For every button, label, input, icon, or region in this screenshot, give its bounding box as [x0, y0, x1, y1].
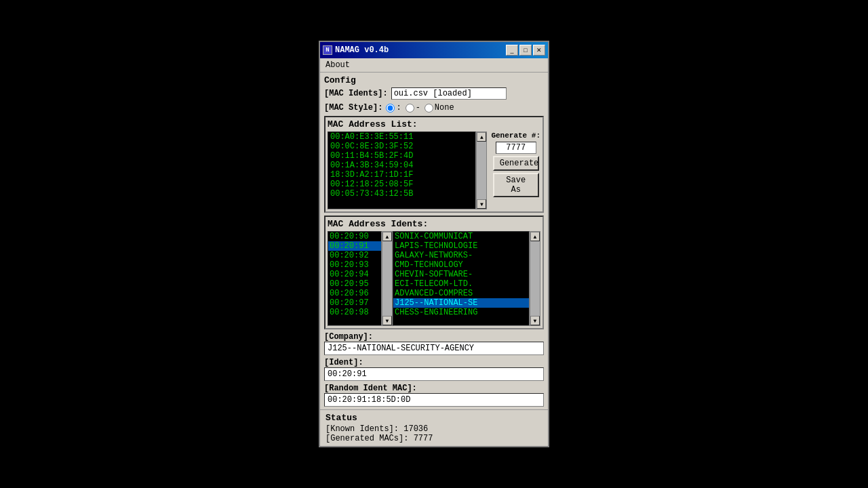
maximize-button[interactable]: □: [519, 45, 532, 56]
company-input[interactable]: [324, 342, 544, 355]
idents-right-scrollbar[interactable]: ▲ ▼: [530, 231, 540, 326]
mac-list-scrollbar[interactable]: ▲ ▼: [476, 131, 487, 209]
status-section: Status [Known Idents]: 17036 [Generated …: [320, 409, 548, 446]
scroll-track: [382, 241, 392, 316]
ident-right-item-selected[interactable]: J125--NATIONAL-SE: [393, 298, 529, 308]
ident-left-item[interactable]: 00:20:98: [328, 308, 381, 317]
mac-style-options: : - None: [386, 103, 454, 113]
main-window: N NAMAG v0.4b _ □ ✕ About Config [MAC Id…: [319, 41, 549, 447]
mac-idents-section-title: MAC Address Idents:: [328, 219, 540, 229]
mac-address-idents-panel: MAC Address Idents: 00:20:90 00:20:91 00…: [324, 216, 544, 329]
ident-right-item[interactable]: CHEVIN-SOFTWARE-: [393, 270, 529, 279]
ident-left-item[interactable]: 00:20:96: [328, 289, 381, 298]
mac-list-title: MAC Address List:: [328, 119, 487, 129]
title-bar-left: N NAMAG v0.4b: [323, 45, 389, 55]
idents-right-listbox[interactable]: SONIX-COMMUNICAT LAPIS-TECHNOLOGIE GALAX…: [393, 231, 530, 326]
ident-left-item[interactable]: 00:20:92: [328, 251, 381, 260]
ident-right-item[interactable]: SONIX-COMMUNICAT: [393, 232, 529, 241]
scroll-down-btn[interactable]: ▼: [382, 316, 392, 325]
ident-right-item[interactable]: LAPIS-TECHNOLOGIE: [393, 241, 529, 251]
generate-button[interactable]: Generate: [493, 156, 539, 171]
ident-left-item[interactable]: 00:20:93: [328, 260, 381, 270]
random-ident-mac-input[interactable]: [324, 393, 544, 407]
scroll-down-btn[interactable]: ▼: [530, 316, 540, 325]
scroll-up-btn[interactable]: ▲: [530, 232, 540, 241]
mac-list-item[interactable]: 00:A0:E3:3E:55:11: [328, 132, 475, 142]
menu-bar: About: [320, 58, 548, 73]
mac-style-colon[interactable]: :: [386, 103, 401, 113]
status-title: Status: [326, 413, 542, 423]
ident-right-item[interactable]: ECI-TELECOM-LTD.: [393, 279, 529, 289]
ident-left-item[interactable]: 00:20:94: [328, 270, 381, 279]
config-section: Config [MAC Idents]: [MAC Style]: : - No…: [324, 75, 544, 113]
company-label: [Company]:: [324, 332, 540, 342]
idents-left-scrollbar[interactable]: ▲ ▼: [382, 231, 393, 326]
company-section: [Company]:: [324, 332, 544, 355]
mac-idents-row: [MAC Idents]:: [324, 87, 544, 100]
ident-right-item[interactable]: CHESS-ENGINEERING: [393, 308, 529, 317]
scroll-track: [530, 241, 540, 316]
app-icon: N: [323, 45, 332, 55]
ident-left-item[interactable]: 00:20:97: [328, 298, 381, 308]
mac-style-dash[interactable]: -: [406, 103, 420, 113]
ident-input[interactable]: [324, 367, 544, 381]
mac-address-list-panel: MAC Address List: 00:A0:E3:3E:55:11 00:0…: [324, 116, 544, 213]
generate-panel: Generate #: Generate Save As: [491, 131, 540, 197]
mac-idents-input[interactable]: [391, 87, 507, 100]
ident-left-item[interactable]: 00:20:90: [328, 232, 381, 241]
menu-about[interactable]: About: [323, 60, 353, 70]
title-buttons: _ □ ✕: [506, 45, 545, 56]
generated-macs-label: [Generated MACs]:: [326, 434, 408, 443]
generate-label: Generate #:: [491, 131, 540, 140]
mac-list-item[interactable]: 00:05:73:43:12:5B: [328, 189, 475, 199]
mac-list-item[interactable]: 00:12:18:25:08:5F: [328, 180, 475, 189]
generated-macs-line: [Generated MACs]: 7777: [326, 434, 542, 443]
ident-section: [Ident]:: [324, 358, 544, 381]
scroll-track: [477, 142, 486, 199]
ident-right-item[interactable]: CMD-TECHNOLOGY: [393, 260, 529, 270]
scroll-up-btn[interactable]: ▲: [382, 232, 392, 241]
mac-idents-label: [MAC Idents]:: [324, 89, 388, 98]
config-title: Config: [324, 75, 544, 85]
mac-list-item[interactable]: 00:11:B4:5B:2F:4D: [328, 151, 475, 161]
mac-list-item[interactable]: 00:1A:3B:34:59:04: [328, 161, 475, 170]
random-ident-mac-label: [Random Ident MAC]:: [324, 384, 540, 393]
generate-number-input[interactable]: [496, 142, 536, 154]
scroll-up-btn[interactable]: ▲: [477, 132, 486, 142]
mac-style-none[interactable]: None: [425, 103, 454, 113]
idents-left-listbox[interactable]: 00:20:90 00:20:91 00:20:92 00:20:93 00:2…: [328, 231, 382, 326]
minimize-button[interactable]: _: [506, 45, 518, 56]
mac-style-label: [MAC Style]:: [324, 103, 382, 113]
title-bar: N NAMAG v0.4b _ □ ✕: [320, 42, 548, 58]
mac-style-row: [MAC Style]: : - None: [324, 103, 544, 113]
ident-right-item[interactable]: ADVANCED-COMPRES: [393, 289, 529, 298]
mac-address-listbox[interactable]: 00:A0:E3:3E:55:11 00:0C:8E:3D:3F:52 00:1…: [328, 131, 476, 209]
idents-lists-row: 00:20:90 00:20:91 00:20:92 00:20:93 00:2…: [328, 231, 540, 326]
mac-list-container: MAC Address List: 00:A0:E3:3E:55:11 00:0…: [328, 119, 487, 209]
scroll-down-btn[interactable]: ▼: [477, 199, 486, 209]
random-ident-mac-section: [Random Ident MAC]:: [324, 384, 544, 407]
close-button[interactable]: ✕: [533, 45, 545, 56]
mac-list-item[interactable]: 18:3D:A2:17:1D:1F: [328, 170, 475, 180]
mac-list-item[interactable]: 00:0C:8E:3D:3F:52: [328, 142, 475, 151]
mac-list-scroll-area: 00:A0:E3:3E:55:11 00:0C:8E:3D:3F:52 00:1…: [328, 131, 487, 209]
ident-label: [Ident]:: [324, 358, 540, 367]
window-title: NAMAG v0.4b: [335, 45, 389, 55]
known-idents-value: 17036: [403, 424, 428, 434]
save-as-button[interactable]: Save As: [493, 173, 539, 197]
ident-right-item[interactable]: GALAXY-NETWORKS-: [393, 251, 529, 260]
ident-left-item[interactable]: 00:20:91: [328, 241, 381, 251]
known-idents-line: [Known Idents]: 17036: [326, 424, 542, 434]
known-idents-label: [Known Idents]:: [326, 424, 399, 434]
ident-left-item[interactable]: 00:20:95: [328, 279, 381, 289]
generated-macs-value: 7777: [414, 434, 433, 443]
